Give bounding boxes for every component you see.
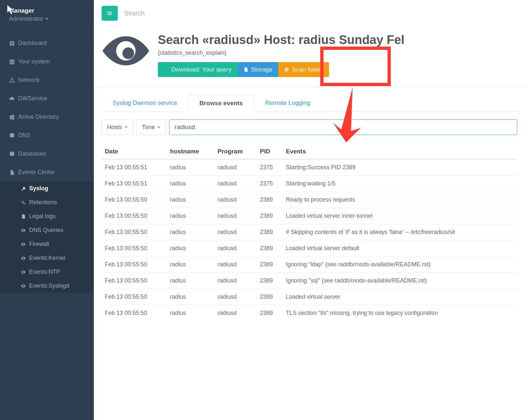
chevron-down-icon <box>125 127 128 128</box>
table-cell: radius <box>167 273 214 289</box>
sidebar-subitem-events-syslogd[interactable]: Events:Syslogd <box>0 279 94 293</box>
scan-folder-button[interactable]: Scan folder <box>278 62 329 77</box>
sidebar-item-network[interactable]: Network <box>0 71 94 89</box>
sidebar-subitem-label: Retentions <box>29 199 57 206</box>
sidebar-subitem-label: Events:NTP <box>29 269 60 275</box>
table-cell: 2389 <box>257 240 283 257</box>
tab-browse-events[interactable]: Browse events <box>188 95 254 112</box>
time-dropdown[interactable]: Time <box>137 119 166 135</box>
chevron-down-icon <box>157 127 160 128</box>
table-cell: radiusd <box>214 257 257 273</box>
sidebar-subitem-label: Events:Syslogd <box>29 282 69 289</box>
table-cell: # Skipping contents of 'if' as it is alw… <box>283 224 517 240</box>
download-query-button[interactable]: Download: Your query <box>158 62 237 77</box>
sidebar-subitem-events-ntp[interactable]: Events:NTP <box>0 265 94 279</box>
sidebar-item-label: Dashboard <box>18 40 47 47</box>
events-table: Date hostname Program PID Events Feb 13 … <box>102 144 517 321</box>
table-cell: radiusd <box>214 208 257 224</box>
sidebar-subnav: Syslog Retentions Legal logs DNS Queries… <box>0 182 94 293</box>
sidebar-subitem-firewall[interactable]: Firewall <box>0 237 94 251</box>
dropdown-label: Hosts <box>107 124 122 131</box>
svg-point-4 <box>10 81 11 83</box>
table-cell: Ready to process requests <box>283 192 517 208</box>
table-cell: Loaded virtual server <box>283 289 517 305</box>
tab-remote-logging[interactable]: Remote Logging <box>254 95 321 111</box>
table-cell: Feb 13 00:55:51 <box>102 159 167 176</box>
table-cell: Feb 13 00:55:50 <box>102 240 167 257</box>
file-icon <box>21 214 26 219</box>
svg-point-11 <box>123 48 134 59</box>
sidebar-subitem-retentions[interactable]: Retentions <box>0 195 94 209</box>
dropdown-label: Time <box>142 124 155 131</box>
table-cell: radius <box>167 192 214 208</box>
eye-icon <box>21 242 26 247</box>
table-cell: 2389 <box>257 257 283 273</box>
button-label: Download: Your query <box>171 66 232 73</box>
action-buttons: Download: Your query Storage Scan folder <box>158 62 517 77</box>
sidebar-item-dashboard[interactable]: Dashboard <box>0 34 94 52</box>
table-row: Feb 13 00:55:50radiusradiusd2389Loaded v… <box>102 240 517 257</box>
sidebar-item-active-directory[interactable]: Active Directory <box>0 108 94 126</box>
sidebar-item-label: DNS <box>18 132 30 139</box>
sidebar-subitem-label: Firewall <box>29 241 49 248</box>
sidebar-subitem-label: Legal logs <box>29 213 56 220</box>
table-cell: radius <box>167 224 214 240</box>
table-cell: radius <box>167 240 214 257</box>
sidebar-item-label: Network <box>18 77 39 83</box>
col-pid: PID <box>257 144 283 159</box>
sidebar-item-events-center[interactable]: Events Center <box>0 163 94 182</box>
sidebar-subitem-syslog[interactable]: Syslog <box>0 182 94 195</box>
table-cell: Feb 13 00:55:50 <box>102 208 167 224</box>
table-row: Feb 13 00:55:50radiusradiusd2389Ready to… <box>102 192 517 208</box>
sidebar-subitem-dns-queries[interactable]: DNS Queries <box>0 223 94 237</box>
server-icon <box>9 59 15 65</box>
filter-search-input[interactable] <box>169 119 517 135</box>
table-row: Feb 13 00:55:50radiusradiusd2389Loaded v… <box>102 208 517 224</box>
eye-icon <box>21 270 26 275</box>
sidebar-subitem-legal-logs[interactable]: Legal logs <box>0 209 94 223</box>
table-cell: radiusd <box>214 192 257 208</box>
hosts-dropdown[interactable]: Hosts <box>102 119 133 135</box>
table-cell: Ignoring "sql" (see raddb/mods-available… <box>283 273 517 289</box>
table-cell: radius <box>167 208 214 224</box>
sidebar-item-databases[interactable]: Databases <box>0 145 94 163</box>
button-label: Scan folder <box>292 66 323 73</box>
table-cell: Feb 13 00:55:50 <box>102 289 167 305</box>
network-icon <box>9 77 15 83</box>
table-header-row: Date hostname Program PID Events <box>102 144 517 159</box>
sidebar-subitem-events-kernel[interactable]: Events:Kernel <box>0 251 94 265</box>
table-cell: Loaded virtual server default <box>283 240 517 257</box>
menu-toggle-button[interactable] <box>102 6 118 21</box>
global-search-input[interactable] <box>124 10 517 17</box>
file-icon <box>9 170 15 175</box>
main-content: Search «radiusd» Host: radius Sunday Fel… <box>94 0 525 420</box>
tab-syslog-daemon[interactable]: Syslog Daemon service <box>102 95 188 111</box>
page-header: Search «radiusd» Host: radius Sunday Fel… <box>94 27 525 87</box>
table-cell: Feb 13 00:55:50 <box>102 224 167 240</box>
sidebar-item-dwservice[interactable]: DWService <box>0 89 94 108</box>
sidebar-item-your-system[interactable]: Your system <box>0 52 94 71</box>
sidebar-subitem-label: Syslog <box>29 185 48 192</box>
table-row: Feb 13 00:55:50radiusradiusd2389Ignoring… <box>102 273 517 289</box>
sidebar-item-dns[interactable]: DNS <box>0 126 94 145</box>
sidebar-item-label: Databases <box>18 150 46 157</box>
table-cell: 2389 <box>257 273 283 289</box>
page-subtitle: {statistics_search_explain} <box>158 50 517 56</box>
sidebar: Manager Administrator Dashboard Your sys… <box>0 0 94 420</box>
file-icon <box>243 67 248 72</box>
user-dropdown[interactable]: Administrator <box>9 16 49 22</box>
table-cell: radiusd <box>214 305 257 321</box>
table-cell: radius <box>167 159 214 176</box>
table-cell: Feb 13 00:55:51 <box>102 176 167 192</box>
page-title: Search «radiusd» Host: radius Sunday Fel <box>158 33 517 47</box>
table-cell: Starting:Success PID 2389 <box>283 159 517 176</box>
eye-logo-icon <box>102 33 150 69</box>
table-cell: Feb 13 00:55:50 <box>102 273 167 289</box>
database-icon <box>9 151 15 157</box>
chevron-down-icon <box>45 18 49 20</box>
sidebar-subitem-label: Events:Kernel <box>29 255 65 261</box>
sidebar-item-label: Active Directory <box>18 114 59 120</box>
table-cell: radius <box>167 257 214 273</box>
col-program: Program <box>214 144 257 159</box>
storage-button[interactable]: Storage <box>237 62 279 77</box>
